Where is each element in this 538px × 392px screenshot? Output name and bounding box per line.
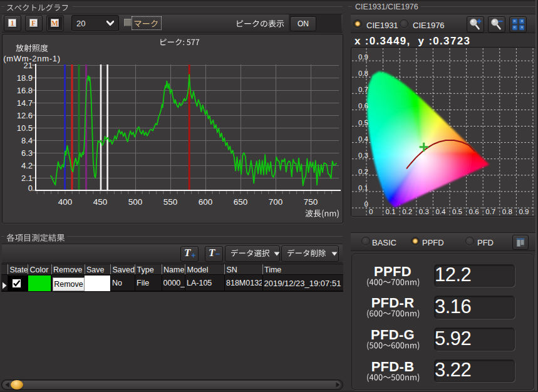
svg-text:8.4: 8.4 [21,136,33,145]
svg-text:18.9: 18.9 [17,73,33,83]
svg-text:0.6: 0.6 [469,208,479,215]
svg-text:0.1: 0.1 [386,208,396,215]
svg-text:0.4: 0.4 [435,208,446,215]
svg-text:4.2: 4.2 [21,161,33,170]
svg-text:600: 600 [199,197,213,207]
svg-text:6.3: 6.3 [21,148,33,158]
svg-text:16.8: 16.8 [17,86,33,95]
svg-text:450: 450 [93,197,108,207]
svg-text:650: 650 [234,197,248,207]
svg-text:400: 400 [58,197,73,207]
svg-text:500: 500 [128,197,143,207]
svg-text:10.5: 10.5 [17,123,33,133]
svg-text:550: 550 [163,197,178,207]
svg-text:0.6: 0.6 [358,102,368,110]
svg-text:0.8: 0.8 [502,208,512,215]
svg-text:0.1: 0.1 [358,184,368,192]
svg-text:0.5: 0.5 [452,208,462,215]
svg-text:14.7: 14.7 [17,98,33,108]
svg-text:0.8: 0.8 [358,70,368,77]
svg-text:0: 0 [369,208,373,215]
svg-text:0.7: 0.7 [358,86,368,93]
svg-text:0.2: 0.2 [358,168,368,175]
svg-text:0: 0 [365,200,368,208]
svg-text:0.7: 0.7 [485,208,495,215]
svg-text:0.5: 0.5 [358,119,368,126]
svg-text:12.6: 12.6 [17,111,33,120]
svg-text:0.4: 0.4 [358,135,369,143]
svg-text:0.3: 0.3 [419,208,429,215]
svg-text:2.1: 2.1 [21,173,33,183]
svg-text:0: 0 [28,183,33,193]
svg-text:700: 700 [269,197,283,207]
svg-text:0.9: 0.9 [358,53,368,61]
svg-text:0.9: 0.9 [519,208,529,215]
svg-text:0.2: 0.2 [402,208,412,215]
svg-text:750: 750 [304,197,318,207]
svg-text:0.3: 0.3 [358,152,368,159]
